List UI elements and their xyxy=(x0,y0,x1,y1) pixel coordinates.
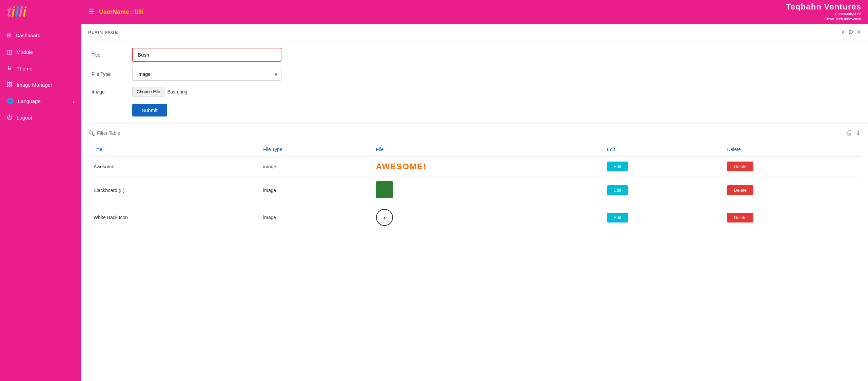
sidebar-item-module[interactable]: ◫ Module xyxy=(0,44,81,60)
file-preview-blackboard xyxy=(376,181,393,198)
table-row: Awesome image AWESOME! Edit Delete xyxy=(88,156,861,176)
sidebar-item-language[interactable]: 🌐 Language › xyxy=(0,93,81,109)
row-title: Awesome xyxy=(88,156,258,176)
sidebar-item-label: Dashboard xyxy=(16,33,40,38)
page-header-actions: ∧ ⚙ ✕ xyxy=(841,28,861,36)
edit-button[interactable]: Edit xyxy=(607,213,628,223)
row-edit: Edit xyxy=(601,204,722,231)
table-section: 🔍 🖨 ⬇ Title File Type File Edit Delete xyxy=(81,124,868,236)
row-delete: Delete xyxy=(722,156,861,176)
submit-row: Submit xyxy=(92,103,858,117)
header-username: UserName : tilli xyxy=(99,8,786,16)
file-preview-awesome: AWESOME! xyxy=(376,162,427,171)
table-row: Blackboard (L) image Edit Delete xyxy=(88,176,861,204)
submit-button[interactable]: Submit xyxy=(132,104,167,117)
brand-sub1: Community-Led xyxy=(786,12,861,17)
image-row: Image Choose File Bush.png xyxy=(92,87,858,97)
theme-icon: 🖥 xyxy=(7,65,13,72)
row-edit: Edit xyxy=(601,156,722,176)
dashboard-icon: ⊞ xyxy=(7,32,12,39)
row-delete: Delete xyxy=(722,176,861,204)
row-title: Blackboard (L) xyxy=(88,176,258,204)
sidebar: ⊞ Dashboard ◫ Module 🖥 Theme 🖼 Image Man… xyxy=(0,24,81,381)
title-label: Title xyxy=(92,52,132,58)
table-row: White Back Icon image ‹ Edit Delete xyxy=(88,204,861,231)
filetype-select[interactable]: Image Video Document xyxy=(132,68,281,81)
logout-icon: ⏻ xyxy=(7,114,13,121)
collapse-icon[interactable]: ∧ xyxy=(841,28,845,36)
file-input-wrapper: Choose File Bush.png xyxy=(132,87,188,97)
file-preview-backicon: ‹ xyxy=(376,209,393,226)
sidebar-item-label: Language xyxy=(18,98,41,104)
app-header: tilli ☰ UserName : tilli Teqbahn Venture… xyxy=(0,0,868,24)
row-file: ‹ xyxy=(371,204,601,231)
sidebar-item-label: Logout xyxy=(17,115,32,121)
chevron-right-icon: › xyxy=(73,98,75,104)
table-header-row: Title File Type File Edit Delete xyxy=(88,143,861,156)
edit-button[interactable]: Edit xyxy=(607,185,628,195)
filetype-label: File Type xyxy=(92,71,132,77)
file-name: Bush.png xyxy=(167,89,187,94)
module-icon: ◫ xyxy=(7,48,12,56)
page-title: PLAIN PAGE xyxy=(88,30,118,35)
title-row: Title xyxy=(92,48,858,62)
page-header: PLAIN PAGE ∧ ⚙ ✕ xyxy=(81,24,868,41)
sidebar-item-logout[interactable]: ⏻ Logout xyxy=(0,109,81,126)
delete-button[interactable]: Delete xyxy=(727,213,753,223)
hamburger-icon[interactable]: ☰ xyxy=(88,7,95,16)
row-filetype: image xyxy=(258,176,371,204)
form-section: Title File Type Image Video Document Ima… xyxy=(81,41,868,124)
logo-area: tilli xyxy=(7,4,88,20)
sidebar-item-label: Module xyxy=(16,49,33,55)
col-filetype: File Type xyxy=(258,143,371,156)
row-file: AWESOME! xyxy=(371,156,601,176)
row-delete: Delete xyxy=(722,204,861,231)
choose-file-button[interactable]: Choose File xyxy=(132,87,164,97)
image-label: Image xyxy=(92,89,132,94)
image-manager-icon: 🖼 xyxy=(7,81,13,88)
col-delete: Delete xyxy=(722,143,861,156)
brand-area: Teqbahn Ventures Community-Led Clean Tec… xyxy=(786,2,861,22)
brand-name: Teqbahn Ventures xyxy=(786,2,861,12)
delete-button[interactable]: Delete xyxy=(727,162,753,171)
search-icon: 🔍 xyxy=(88,130,95,136)
delete-button[interactable]: Delete xyxy=(727,185,753,195)
table-actions: 🖨 ⬇ xyxy=(845,129,861,137)
edit-button[interactable]: Edit xyxy=(607,162,628,171)
language-icon: 🌐 xyxy=(7,98,14,105)
sidebar-item-image-manager[interactable]: 🖼 Image Manager xyxy=(0,77,81,93)
settings-icon[interactable]: ⚙ xyxy=(848,28,853,36)
logo: tilli xyxy=(7,4,26,20)
row-filetype: image xyxy=(258,204,371,231)
col-edit: Edit xyxy=(601,143,722,156)
print-icon[interactable]: 🖨 xyxy=(845,129,852,137)
download-icon[interactable]: ⬇ xyxy=(855,129,861,137)
col-file: File xyxy=(371,143,601,156)
filter-input[interactable] xyxy=(97,130,156,136)
close-icon[interactable]: ✕ xyxy=(856,28,861,36)
filetype-select-wrapper: Image Video Document xyxy=(132,68,281,81)
table-toolbar: 🔍 🖨 ⬇ xyxy=(88,129,861,137)
row-filetype: image xyxy=(258,156,371,176)
col-title: Title xyxy=(88,143,258,156)
main-layout: ⊞ Dashboard ◫ Module 🖥 Theme 🖼 Image Man… xyxy=(0,24,868,381)
main-content: PLAIN PAGE ∧ ⚙ ✕ Title File Type Image V… xyxy=(81,24,868,381)
row-file xyxy=(371,176,601,204)
sidebar-item-label: Theme xyxy=(17,66,33,71)
sidebar-item-theme[interactable]: 🖥 Theme xyxy=(0,60,81,77)
brand-sub2: Clean Tech Innovation xyxy=(786,17,861,22)
sidebar-item-dashboard[interactable]: ⊞ Dashboard xyxy=(0,27,81,44)
row-title: White Back Icon xyxy=(88,204,258,231)
title-input[interactable] xyxy=(132,48,281,62)
data-table: Title File Type File Edit Delete Awesome… xyxy=(88,143,861,231)
row-edit: Edit xyxy=(601,176,722,204)
filter-wrapper: 🔍 xyxy=(88,130,156,136)
filetype-row: File Type Image Video Document xyxy=(92,68,858,81)
sidebar-item-label: Image Manager xyxy=(17,82,52,88)
